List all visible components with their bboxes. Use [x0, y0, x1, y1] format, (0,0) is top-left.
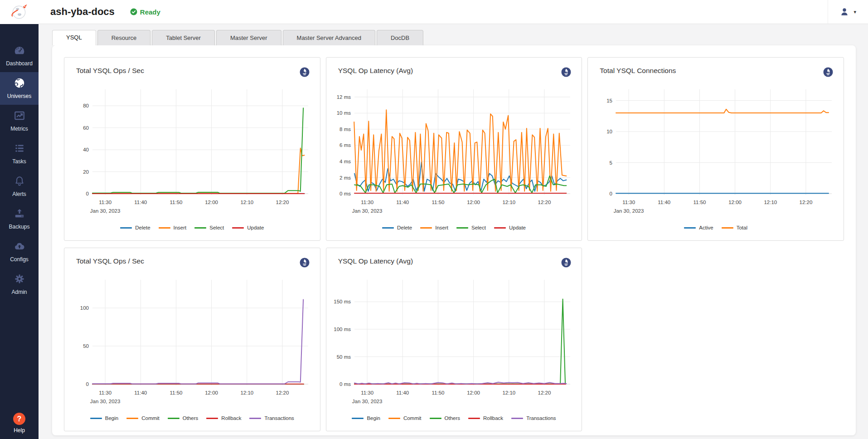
chart-legend: DeleteInsertSelectUpdate: [72, 225, 313, 230]
chart-title: Total YSQL Ops / Sec: [76, 67, 144, 75]
legend-item[interactable]: Rollback: [206, 415, 241, 421]
legend-swatch: [90, 418, 102, 419]
svg-text:12:00: 12:00: [729, 200, 742, 205]
svg-text:60: 60: [83, 125, 89, 131]
chart-legend: DeleteInsertSelectUpdate: [334, 225, 575, 230]
legend-swatch: [722, 227, 733, 229]
sidebar: Dashboard Universes Metrics Tasks: [0, 0, 39, 439]
chart-plot[interactable]: 05101511:3011:4011:5012:0012:1012:20Jan …: [595, 81, 836, 220]
prometheus-icon[interactable]: [299, 257, 310, 268]
app-root: Dashboard Universes Metrics Tasks: [0, 0, 868, 439]
legend-swatch: [194, 227, 206, 229]
legend-item[interactable]: Update: [494, 225, 526, 230]
svg-text:12:20: 12:20: [276, 200, 289, 205]
planet-rocket-logo-icon: [10, 2, 29, 22]
chart-plot[interactable]: 0 ms50 ms100 ms150 ms11:3011:4011:5012:0…: [334, 272, 575, 410]
legend-swatch: [430, 418, 441, 419]
chart-title: Total YSQL Ops / Sec: [76, 257, 144, 265]
legend-item[interactable]: Active: [684, 225, 713, 230]
svg-text:8 ms: 8 ms: [339, 127, 351, 132]
sidebar-item-label: Admin: [0, 289, 39, 295]
legend-swatch: [468, 418, 480, 419]
prometheus-icon[interactable]: [823, 67, 834, 78]
chart-legend: BeginCommitOthersRollbackTransactions: [72, 415, 313, 421]
empty-grid-cell: [587, 248, 844, 431]
sidebar-item-metrics[interactable]: Metrics: [0, 105, 39, 137]
legend-item[interactable]: Transactions: [249, 415, 294, 421]
legend-swatch: [159, 227, 170, 229]
yugabyte-logo[interactable]: [0, 0, 39, 24]
sidebar-item-help[interactable]: ? Help: [13, 413, 25, 434]
legend-swatch: [456, 227, 468, 229]
svg-text:11:40: 11:40: [396, 390, 409, 395]
legend-item[interactable]: Begin: [352, 415, 380, 421]
tab-resource[interactable]: Resource: [97, 30, 151, 45]
legend-item[interactable]: Insert: [159, 225, 187, 230]
chart-plot[interactable]: 05010011:3011:4011:5012:0012:1012:20Jan …: [72, 272, 313, 410]
chart-legend: ActiveTotal: [595, 225, 836, 230]
legend-swatch: [120, 227, 132, 229]
main-area: ash-yba-docs Ready ▾ YSQL Resource Table…: [39, 0, 868, 439]
legend-swatch: [382, 227, 394, 229]
legend-item[interactable]: Others: [430, 415, 461, 421]
legend-item[interactable]: Delete: [120, 225, 150, 230]
legend-item[interactable]: Others: [168, 415, 199, 421]
sidebar-item-configs[interactable]: Configs: [0, 235, 39, 268]
legend-item[interactable]: Delete: [382, 225, 412, 230]
sidebar-item-tasks[interactable]: Tasks: [0, 137, 39, 170]
legend-item[interactable]: Select: [194, 225, 224, 230]
prometheus-icon[interactable]: [299, 67, 310, 78]
svg-text:10 ms: 10 ms: [336, 110, 351, 116]
svg-text:150 ms: 150 ms: [334, 299, 351, 304]
chart-card-total-ysql-ops: Total YSQL Ops / Sec 02040608011:3011:40…: [64, 57, 320, 241]
svg-text:12:10: 12:10: [240, 390, 253, 395]
chart-card-total-ysql-connections: Total YSQL Connections 05101511:3011:401…: [587, 57, 844, 241]
legend-item[interactable]: Rollback: [468, 415, 503, 421]
tab-master-server-advanced[interactable]: Master Server Advanced: [283, 30, 375, 45]
chart-card-ysql-op-latency-transactions: YSQL Op Latency (Avg) 0 ms50 ms100 ms150…: [326, 248, 582, 431]
chart-plot[interactable]: 0 ms2 ms4 ms6 ms8 ms10 ms12 ms11:3011:40…: [334, 81, 575, 220]
svg-text:6 ms: 6 ms: [339, 142, 351, 148]
svg-text:12:10: 12:10: [240, 200, 253, 205]
legend-item[interactable]: Total: [722, 225, 747, 230]
user-menu[interactable]: ▾: [828, 0, 868, 24]
dashboard-gauge-icon: [14, 44, 25, 56]
admin-gear-icon: [14, 273, 25, 285]
sidebar-item-backups[interactable]: Backups: [0, 203, 39, 235]
legend-item[interactable]: Begin: [90, 415, 118, 421]
prometheus-icon[interactable]: [561, 67, 572, 78]
sidebar-item-universes[interactable]: Universes: [0, 72, 39, 105]
svg-text:11:50: 11:50: [432, 200, 444, 205]
tab-tablet-server[interactable]: Tablet Server: [152, 30, 215, 45]
chart-title: YSQL Op Latency (Avg): [338, 257, 413, 265]
svg-text:0: 0: [610, 191, 612, 196]
tab-ysql[interactable]: YSQL: [52, 30, 96, 45]
legend-item[interactable]: Transactions: [511, 415, 556, 421]
svg-text:100: 100: [80, 305, 89, 311]
sidebar-item-dashboard[interactable]: Dashboard: [0, 39, 39, 72]
prometheus-icon[interactable]: [561, 257, 572, 268]
svg-text:12:00: 12:00: [205, 200, 218, 205]
tab-docdb[interactable]: DocDB: [377, 30, 423, 45]
sidebar-item-alerts[interactable]: Alerts: [0, 170, 39, 203]
tab-master-server[interactable]: Master Server: [216, 30, 281, 45]
svg-text:5: 5: [610, 160, 612, 166]
legend-item[interactable]: Select: [456, 225, 486, 230]
legend-item[interactable]: Update: [232, 225, 264, 230]
svg-text:0 ms: 0 ms: [339, 191, 351, 196]
sidebar-item-admin[interactable]: Admin: [0, 268, 39, 301]
legend-item[interactable]: Commit: [388, 415, 422, 421]
legend-item[interactable]: Commit: [126, 415, 160, 421]
svg-text:12:20: 12:20: [538, 200, 551, 205]
svg-text:11:40: 11:40: [134, 390, 147, 395]
svg-text:11:50: 11:50: [170, 200, 183, 205]
svg-text:12:20: 12:20: [276, 390, 289, 395]
sidebar-item-label: Help: [13, 427, 25, 434]
legend-item[interactable]: Insert: [420, 225, 448, 230]
legend-swatch: [388, 418, 400, 419]
svg-text:50: 50: [83, 343, 89, 349]
chart-plot[interactable]: 02040608011:3011:4011:5012:0012:1012:20J…: [72, 81, 313, 220]
status-label: Ready: [140, 8, 160, 16]
svg-text:10: 10: [607, 129, 613, 134]
tasks-list-icon: [14, 142, 25, 154]
